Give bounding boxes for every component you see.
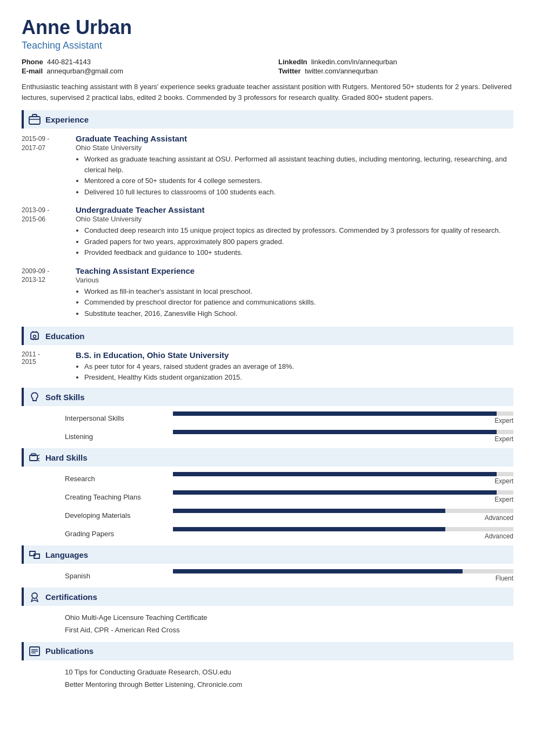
phone-value: 440-821-4143 [47,58,91,66]
svg-rect-0 [29,117,40,124]
skill-bar-fill [173,430,497,434]
skill-row: Developing Materials Advanced [22,509,513,522]
skill-level: Expert [494,435,513,443]
skill-name: Grading Papers [65,530,173,538]
soft-skills-label: Soft Skills [45,393,85,402]
experience-date: 2013-09 -2015-06 [22,205,76,259]
language-row: Spanish Fluent [22,569,513,582]
skill-bar-fill [173,509,445,513]
skill-bar-area: Expert [173,411,513,424]
skill-name: Research [65,475,173,483]
certification-item: First Aid, CPR - American Red Cross [65,624,513,636]
skill-row: Grading Papers Advanced [22,527,513,540]
experience-bullet: Graded papers for two years, approximate… [84,237,513,247]
skill-bar-bg [173,411,513,416]
education-bullet: President, Healthy Kids student organiza… [84,372,294,383]
skill-bar-area: Expert [173,472,513,485]
skill-bar-bg [173,527,513,531]
experience-bullets: Conducted deep research into 15 unique p… [84,225,513,258]
education-bullet: As peer tutor for 4 years, raised studen… [84,361,294,372]
education-bullets: As peer tutor for 4 years, raised studen… [84,361,294,382]
twitter-value: twitter.com/annequrban [305,67,378,75]
hard-skills-label: Hard Skills [45,453,88,462]
certifications-list: Ohio Multi-Age Licensure Teaching Certif… [22,611,513,637]
experience-date: 2009-09 -2013-12 [22,266,76,320]
education-list: 2011 -2015 B.S. in Education, Ohio State… [22,350,513,382]
language-level: Fluent [496,575,513,582]
email-label: E-mail [22,67,43,75]
experience-label: Experience [45,115,89,124]
experience-org: Ohio State University [76,144,513,152]
experience-org: Various [76,276,513,284]
soft-skills-list: Interpersonal Skills Expert Listening Ex… [22,411,513,443]
svg-point-2 [34,335,36,338]
languages-section-header: Languages [22,545,513,564]
education-section-header: Education [22,327,513,345]
experience-section-header: Experience [22,110,513,129]
skill-bar-area: Advanced [173,509,513,522]
skill-name: Developing Materials [65,511,173,519]
experience-item: 2015-09 -2017-07 Graduate Teaching Assis… [22,134,513,198]
language-bar-fill [173,569,463,573]
education-item: 2011 -2015 B.S. in Education, Ohio State… [22,350,513,382]
phone-label: Phone [22,58,43,66]
certifications-icon [28,590,41,603]
experience-org: Ohio State University [76,215,513,223]
education-icon [28,329,41,342]
candidate-name: Anne Urban [22,16,513,39]
email-item: E-mail annequrban@gmail.com [22,67,257,75]
experience-bullet: Worked as fill-in teacher's assistant in… [84,286,513,297]
experience-bullet: Mentored a core of 50+ students for 4 co… [84,176,513,186]
experience-content: Graduate Teaching Assistant Ohio State U… [76,134,513,198]
languages-label: Languages [45,550,88,559]
skill-row: Research Expert [22,472,513,485]
experience-bullet: Commended by preschool director for pati… [84,297,513,308]
experience-title: Teaching Assistant Experience [76,266,513,275]
certification-item: Ohio Multi-Age Licensure Teaching Certif… [65,611,513,624]
certifications-label: Certifications [45,592,97,602]
experience-list: 2015-09 -2017-07 Graduate Teaching Assis… [22,134,513,319]
publications-section-header: Publications [22,642,513,660]
experience-title: Graduate Teaching Assistant [76,134,513,143]
language-bar-bg [173,569,513,573]
skill-bar-area: Advanced [173,527,513,540]
languages-list: Spanish Fluent [22,569,513,582]
experience-title: Undergraduate Teacher Assistant [76,205,513,214]
skill-name: Creating Teaching Plans [65,493,173,501]
education-title: B.S. in Education, Ohio State University [76,350,294,360]
phone-item: Phone 440-821-4143 [22,58,257,66]
hard-skills-list: Research Expert Creating Teaching Plans … [22,472,513,540]
publications-icon [28,645,41,658]
experience-bullet: Delivered 10 full lectures to classrooms… [84,187,513,198]
experience-bullet: Substitute teacher, 2016, Zanesville Hig… [84,308,513,319]
skill-level: Advanced [485,514,513,522]
twitter-label: Twitter [278,67,301,75]
languages-icon [28,548,41,561]
certifications-section-header: Certifications [22,588,513,606]
experience-bullet: Worked as graduate teaching assistant at… [84,154,513,175]
experience-item: 2009-09 -2013-12 Teaching Assistant Expe… [22,266,513,320]
contact-grid: Phone 440-821-4143 LinkedIn linkedin.com… [22,58,513,75]
hard-skills-icon [28,451,41,464]
soft-skills-icon [28,390,41,403]
language-name: Spanish [65,572,173,580]
skill-name: Listening [65,433,173,441]
skill-level: Expert [494,417,513,424]
skill-bar-fill [173,527,445,531]
experience-date: 2015-09 -2017-07 [22,134,76,198]
experience-content: Undergraduate Teacher Assistant Ohio Sta… [76,205,513,259]
linkedin-value: linkedin.com/in/annequrban [311,58,397,66]
skill-bar-bg [173,430,513,434]
skill-bar-bg [173,490,513,495]
language-bar-area: Fluent [173,569,513,582]
skill-bar-area: Expert [173,490,513,503]
skill-bar-bg [173,509,513,513]
linkedin-label: LinkedIn [278,58,307,66]
publication-item: Better Mentoring through Better Listenin… [65,678,513,691]
education-content: B.S. in Education, Ohio State University… [76,350,294,382]
education-label: Education [45,332,85,341]
soft-skills-section-header: Soft Skills [22,388,513,406]
experience-bullets: Worked as graduate teaching assistant at… [84,154,513,197]
skill-bar-fill [173,411,497,416]
education-date: 2011 -2015 [22,350,76,382]
